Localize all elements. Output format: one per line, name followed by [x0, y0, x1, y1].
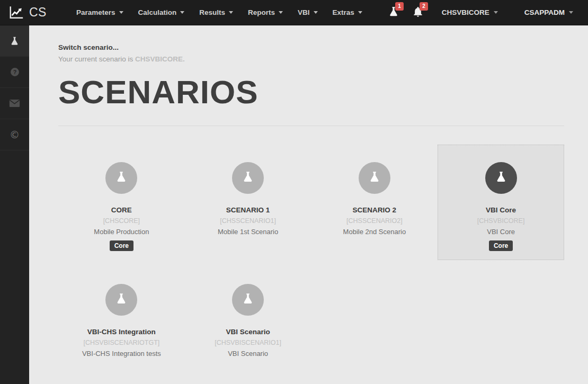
scenario-name: VBI Scenario [190, 328, 307, 336]
chart-logo-icon [8, 5, 24, 20]
menu-vbi[interactable]: VBI [290, 0, 325, 25]
scenario-code: [CHSVBISCENARIOTGT] [63, 339, 180, 346]
scenario-flask-circle [485, 162, 517, 194]
left-sidebar: ? © [0, 25, 29, 384]
top-navbar: CS Parameters Calculation Results Report… [0, 0, 588, 25]
sidebar-item-messages[interactable] [0, 88, 29, 119]
menu-results[interactable]: Results [192, 0, 240, 25]
navbar-right: 1 2 CHSVBICORE CSAPPADM [386, 0, 588, 25]
flask-icon [242, 292, 254, 307]
flask-icon [115, 292, 128, 307]
sidebar-item-about[interactable]: © [0, 119, 29, 150]
scenario-card[interactable]: SCENARIO 1 [CHSSCENARIO1] Mobile 1st Sce… [185, 145, 311, 260]
scenario-flask-circle [105, 284, 137, 316]
scenario-flask-circle [232, 284, 264, 316]
menu-parameters-label: Parameters [76, 8, 115, 16]
scenario-description: VBI Scenario [190, 350, 307, 358]
scenario-dropdown-label: CHSVBICORE [442, 8, 489, 16]
sidebar-item-scenarios[interactable] [0, 25, 29, 57]
scenario-name: CORE [63, 206, 180, 214]
chevron-down-icon [358, 11, 362, 14]
scenario-description: Mobile 2nd Scenario [316, 228, 433, 236]
scenario-card[interactable]: VBI Core [CHSVBICORE] VBI Core Core [438, 145, 564, 260]
chevron-down-icon [569, 11, 573, 14]
scenario-name: SCENARIO 2 [316, 206, 433, 214]
scenario-flask-circle [105, 162, 137, 194]
menu-reports-label: Reports [248, 8, 275, 16]
chevron-down-icon [180, 11, 184, 14]
current-scenario-name: CHSVBICORE. [135, 55, 185, 63]
menu-calculation[interactable]: Calculation [131, 0, 192, 25]
chevron-down-icon [229, 11, 233, 14]
scenario-name: SCENARIO 1 [190, 206, 307, 214]
scenario-code: [CHSVBICORE] [442, 217, 559, 225]
flask-icon [368, 171, 381, 185]
scenario-dropdown[interactable]: CHSVBICORE [434, 0, 505, 25]
scenario-core-badge: Core [489, 240, 513, 251]
current-scenario-text: Your current scenario is CHSVBICORE. [58, 55, 564, 63]
app-logo[interactable]: CS [0, 5, 56, 20]
menu-parameters[interactable]: Parameters [69, 0, 131, 25]
svg-text:?: ? [13, 69, 16, 75]
scenario-description: VBI-CHS Integration tests [63, 350, 180, 358]
flask-icon [242, 171, 254, 185]
scenario-description: Mobile 1st Scenario [190, 228, 307, 236]
main-content: Switch scenario... Your current scenario… [29, 25, 588, 384]
title-divider [58, 126, 564, 126]
menu-extras-label: Extras [333, 8, 354, 16]
chevron-down-icon [119, 11, 123, 14]
scenario-card[interactable]: SCENARIO 2 [CHSSCENARIO2] Mobile 2nd Sce… [311, 145, 438, 260]
scenario-card[interactable]: VBI Scenario [CHSVBISCENARIO1] VBI Scena… [185, 266, 311, 367]
menu-extras[interactable]: Extras [325, 0, 370, 25]
main-menu: Parameters Calculation Results Reports V… [69, 0, 370, 25]
scenario-card[interactable]: VBI-CHS Integration [CHSVBISCENARIOTGT] … [58, 266, 185, 367]
scenario-core-badge: Core [110, 240, 133, 251]
switch-scenario-heading: Switch scenario... [58, 43, 564, 51]
menu-vbi-label: VBI [298, 8, 310, 16]
bell-notification-button[interactable]: 2 [410, 5, 426, 21]
menu-reports[interactable]: Reports [240, 0, 290, 25]
chevron-down-icon [314, 11, 318, 14]
bell-notification-badge: 2 [420, 2, 428, 11]
scenario-code: [CHSSCENARIO1] [190, 217, 307, 225]
chevron-down-icon [279, 11, 283, 14]
app-logo-text: CS [29, 5, 47, 20]
scenario-description: VBI Core [442, 228, 559, 236]
scenario-name: VBI Core [442, 206, 559, 214]
sidebar-item-help[interactable]: ? [0, 57, 29, 88]
scenario-description: Mobile Production [63, 228, 180, 236]
flask-icon [495, 171, 507, 185]
current-scenario-prefix: Your current scenario is [58, 55, 135, 63]
menu-calculation-label: Calculation [138, 8, 177, 16]
flask-icon [115, 171, 128, 185]
flask-notification-badge: 1 [395, 2, 404, 11]
scenario-code: [CHSCORE] [63, 217, 180, 225]
menu-results-label: Results [199, 8, 225, 16]
help-icon: ? [10, 67, 20, 77]
user-dropdown[interactable]: CSAPPADM [517, 0, 581, 25]
scenario-card[interactable]: CORE [CHSCORE] Mobile Production Core [58, 145, 185, 260]
scenario-grid: CORE [CHSCORE] Mobile Production Core SC… [58, 145, 564, 367]
page-title: SCENARIOS [58, 76, 564, 109]
scenario-name: VBI-CHS Integration [63, 328, 180, 336]
scenario-code: [CHSVBISCENARIO1] [190, 339, 307, 346]
copyright-icon: © [10, 129, 20, 140]
scenario-flask-circle [232, 162, 264, 194]
flask-notification-button[interactable]: 1 [386, 5, 402, 21]
scenario-code: [CHSSCENARIO2] [316, 217, 433, 225]
chevron-down-icon [494, 11, 498, 14]
user-dropdown-label: CSAPPADM [524, 8, 565, 16]
scenario-flask-circle [359, 162, 390, 194]
flask-icon [10, 36, 20, 46]
mail-icon [9, 99, 20, 108]
